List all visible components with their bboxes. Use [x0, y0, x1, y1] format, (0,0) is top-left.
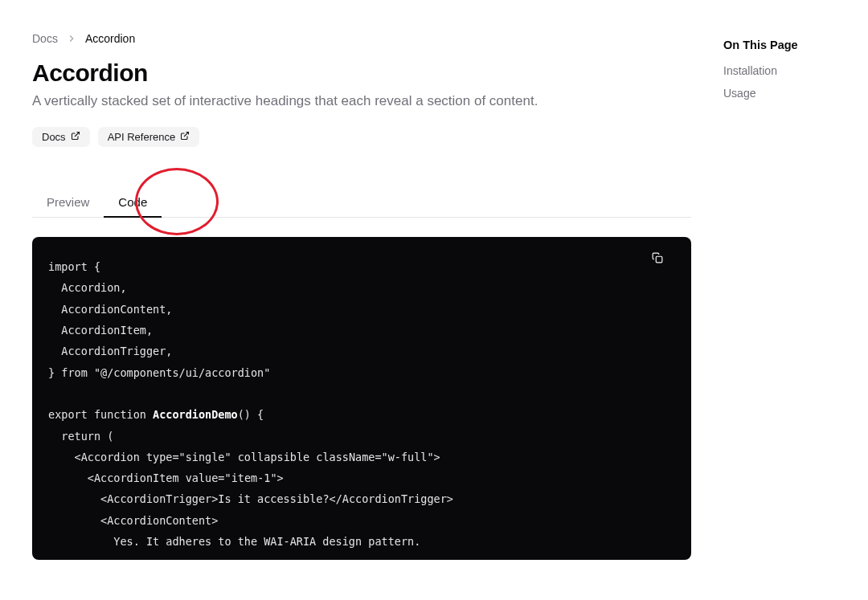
api-reference-link-pill[interactable]: API Reference — [98, 127, 200, 147]
external-link-icon — [180, 131, 190, 143]
code-block: import { Accordion, AccordionContent, Ac… — [32, 237, 691, 560]
breadcrumb-docs-link[interactable]: Docs — [32, 32, 58, 45]
svg-rect-2 — [656, 256, 662, 263]
pill-label: Docs — [42, 131, 66, 143]
on-this-page-sidebar: On This Page Installation Usage — [691, 32, 836, 560]
code-scroll[interactable]: import { Accordion, AccordionContent, Ac… — [32, 237, 691, 560]
pills-row: Docs API Reference — [32, 127, 691, 147]
svg-line-1 — [184, 133, 189, 137]
page-title: Accordion — [32, 59, 691, 87]
svg-line-0 — [75, 133, 80, 137]
tab-code[interactable]: Code — [104, 187, 162, 217]
breadcrumb-current: Accordion — [85, 32, 135, 45]
code-content: import { Accordion, AccordionContent, Ac… — [48, 256, 675, 552]
breadcrumb: Docs Accordion — [32, 32, 691, 45]
chevron-right-icon — [66, 33, 77, 44]
copy-button[interactable] — [646, 248, 669, 271]
tab-preview[interactable]: Preview — [32, 187, 104, 217]
page-description: A vertically stacked set of interactive … — [32, 93, 691, 109]
external-link-icon — [71, 131, 80, 143]
sidebar-item-usage[interactable]: Usage — [723, 87, 836, 100]
sidebar-title: On This Page — [723, 39, 836, 51]
sidebar-item-installation[interactable]: Installation — [723, 64, 836, 77]
pill-label: API Reference — [108, 131, 176, 143]
clipboard-icon — [652, 252, 663, 267]
docs-link-pill[interactable]: Docs — [32, 127, 90, 147]
tabs: Preview Code — [32, 187, 691, 218]
